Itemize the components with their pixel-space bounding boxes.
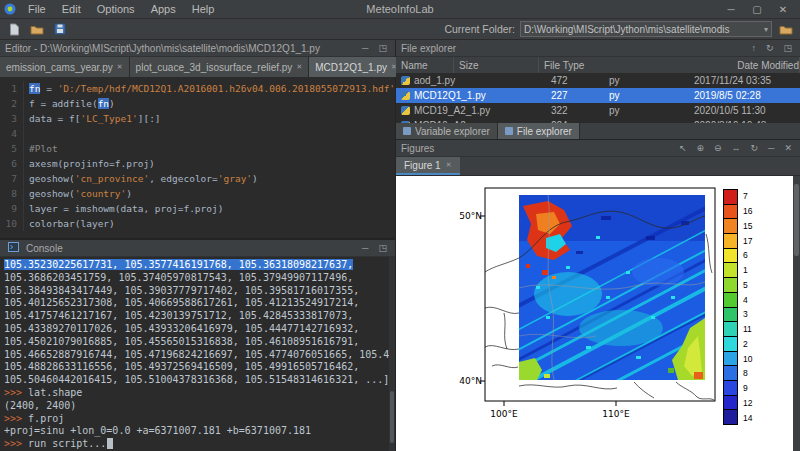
editor-tab[interactable]: plot_cuace_3d_isosurface_relief.py ✕: [130, 57, 310, 77]
figures-scrollbar[interactable]: [793, 176, 800, 451]
zoom-out-icon[interactable]: ⊖: [711, 143, 725, 153]
menu-item[interactable]: Apps: [143, 3, 184, 15]
file-table-header: NameSizeFile TypeDate Modified: [396, 57, 800, 73]
left-column: Editor - D:\Working\MIScript\Jython\mis\…: [0, 40, 396, 451]
column-header[interactable]: File Type: [539, 57, 732, 73]
explorer-tab[interactable]: Variable explorer: [396, 123, 498, 139]
tab-icon: [403, 127, 411, 135]
minimize-button[interactable]: ─: [718, 4, 744, 15]
figure-tab[interactable]: Figure 1 ✕: [396, 157, 460, 175]
zoom-in-icon[interactable]: ⊕: [693, 143, 707, 153]
tab-close-icon[interactable]: ✕: [296, 63, 302, 71]
file-explorer-title: File explorer: [401, 43, 456, 54]
window-title: MeteoInfoLab: [366, 3, 433, 15]
panel-minimize-icon[interactable]: ─: [359, 243, 371, 253]
console-scrollbar[interactable]: [389, 257, 395, 451]
browse-folder-icon[interactable]: [777, 21, 795, 38]
console-panel: Console ─ ◳ 105.35230225617731, 105.3577…: [0, 240, 395, 451]
new-file-icon[interactable]: [5, 21, 23, 38]
app-logo-icon: [4, 3, 16, 15]
menu-bar: FileEditOptionsAppsHelp MeteoInfoLab ─ ▢…: [0, 0, 800, 19]
close-button[interactable]: ✕: [770, 4, 796, 15]
main-toolbar: Current Folder: D:\Working\MIScript\Jyth…: [0, 19, 800, 40]
explorer-tabs: Variable explorer File explorer: [396, 123, 800, 139]
figures-panel: Figures ↖ ⊕ ⊖ ↔ ↻ ─ ✕ Figure 1 ✕: [396, 140, 800, 451]
column-header[interactable]: Name: [396, 57, 454, 73]
console-output[interactable]: 105.35230225617731, 105.3577416191768, 1…: [0, 257, 395, 451]
panel-float-icon[interactable]: ◳: [375, 43, 390, 53]
maximize-button[interactable]: ▢: [744, 4, 770, 15]
panel-float-icon[interactable]: ◳: [375, 243, 390, 253]
dropdown-arrow-icon[interactable]: ▾: [761, 25, 768, 34]
y-tick-label: 50°N: [459, 211, 482, 221]
python-file-icon: [401, 106, 410, 115]
menu-item[interactable]: Edit: [54, 3, 89, 15]
table-row[interactable]: MCD19_A2_1.py 322 py 2020/10/5 11:30: [396, 103, 800, 118]
editor-tab[interactable]: emission_cams_year.py ✕: [0, 57, 130, 77]
editor-title: Editor - D:\Working\MIScript\Jython\mis\…: [5, 43, 320, 54]
right-column: File explorer ↑ ↻ ◳ NameSizeFile TypeDat…: [396, 40, 800, 451]
code-area[interactable]: 1fn = 'D:/Temp/hdf/MCD12Q1.A2016001.h26v…: [0, 78, 395, 238]
figures-title-bar: Figures ↖ ⊕ ⊖ ↔ ↻ ─ ✕: [396, 140, 800, 157]
file-explorer-panel: File explorer ↑ ↻ ◳ NameSizeFile TypeDat…: [396, 40, 800, 140]
panel-close-icon[interactable]: ✕: [781, 143, 795, 153]
menu-item[interactable]: Options: [89, 3, 143, 15]
editor-tab-bar: emission_cams_year.py ✕ plot_cuace_3d_is…: [0, 57, 395, 78]
application-window: FileEditOptionsAppsHelp MeteoInfoLab ─ ▢…: [0, 0, 800, 451]
panel-minimize-icon[interactable]: ─: [359, 43, 371, 53]
explorer-tab[interactable]: File explorer: [498, 123, 580, 139]
x-tick-label: 100°E: [490, 409, 518, 419]
tab-icon: [505, 127, 513, 135]
python-file-icon: [401, 76, 410, 85]
colorbar: [723, 189, 738, 425]
menu-item[interactable]: Help: [184, 3, 223, 15]
console-title: Console: [26, 243, 63, 254]
current-folder-label: Current Folder:: [444, 23, 515, 35]
column-header[interactable]: Size: [454, 57, 539, 73]
file-explorer-title-bar: File explorer ↑ ↻ ◳: [396, 40, 800, 57]
menu-items: FileEditOptionsAppsHelp: [20, 3, 222, 15]
x-tick-label: 110°E: [602, 409, 630, 419]
console-icon: [5, 242, 22, 254]
python-file-icon: [401, 91, 410, 100]
editor-tab[interactable]: MCD12Q1_1.py ✕: [309, 57, 404, 77]
folder-up-icon[interactable]: ↑: [748, 43, 759, 53]
tab-close-icon[interactable]: ✕: [117, 63, 123, 71]
figure-tab-bar: Figure 1 ✕: [396, 157, 800, 176]
pan-icon[interactable]: ↔: [729, 143, 744, 153]
colorbar-labels: 71615176154311210891214: [743, 189, 752, 425]
save-icon[interactable]: [51, 21, 69, 38]
open-folder-icon[interactable]: [28, 21, 46, 38]
tab-close-icon[interactable]: ✕: [446, 161, 452, 169]
pointer-tool-icon[interactable]: ↖: [676, 143, 690, 153]
editor-title-bar: Editor - D:\Working\MIScript\Jython\mis\…: [0, 40, 395, 57]
file-table: aod_1.py 472 py 2017/11/24 03:35 MCD12Q1…: [396, 73, 800, 123]
refresh-icon[interactable]: ↻: [748, 143, 762, 153]
menu-item[interactable]: File: [20, 3, 54, 15]
editor-panel: Editor - D:\Working\MIScript\Jython\mis\…: [0, 40, 395, 240]
panel-float-icon[interactable]: ◳: [780, 43, 795, 53]
figure-canvas[interactable]: 50°N 40°N 100°E 110°E 716151761543112108…: [396, 176, 800, 451]
figures-title: Figures: [401, 143, 434, 154]
current-folder-value: D:\Working\MIScript\Jython\mis\satellite…: [524, 24, 761, 35]
table-row[interactable]: aod_1.py 472 py 2017/11/24 03:35: [396, 73, 800, 88]
current-folder-combobox[interactable]: D:\Working\MIScript\Jython\mis\satellite…: [520, 21, 772, 37]
console-title-bar: Console ─ ◳: [0, 240, 395, 257]
y-tick-label: 40°N: [459, 376, 482, 386]
column-header[interactable]: Date Modified: [732, 57, 800, 73]
table-row[interactable]: MCD12Q1_1.py 227 py 2019/8/5 02:28: [396, 88, 800, 103]
panel-minimize-icon[interactable]: ─: [765, 143, 777, 153]
refresh-icon[interactable]: ↻: [763, 43, 777, 53]
